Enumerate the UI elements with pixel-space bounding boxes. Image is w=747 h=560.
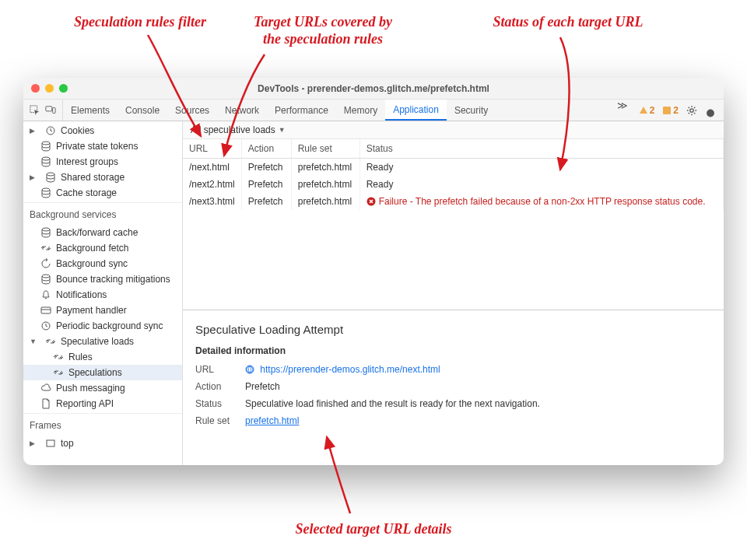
sidebar-item-shared-storage[interactable]: ▶Shared storage [23,170,182,185]
svg-point-14 [42,275,50,278]
speculative-filter[interactable]: All speculative loads ▼ [183,121,724,139]
caret-icon: ▼ [30,338,36,345]
svg-point-5 [707,109,714,117]
sidebar-item-payment-handler[interactable]: Payment handler [23,303,182,318]
tab-memory[interactable]: Memory [336,100,385,121]
sidebar-item-notifications[interactable]: Notifications [23,287,182,303]
sidebar-item-label: Push messaging [56,383,125,394]
main-panel: All speculative loads ▼ URLActionRule se… [183,121,724,465]
info-number: 2 [673,105,679,116]
cell: prefetch.html [291,159,359,177]
col-status[interactable]: Status [359,139,723,159]
annotation-status: Status of each target URL [467,14,669,31]
devtools-window: DevTools - prerender-demos.glitch.me/pre… [23,78,724,465]
gear-icon[interactable] [686,105,697,116]
tab-elements[interactable]: Elements [63,100,117,121]
sidebar-item-label: Reporting API [56,398,114,409]
detail-status-value: Speculative load finished and the result… [245,398,711,409]
tab-security[interactable]: Security [447,100,496,121]
col-url[interactable]: URL [183,139,241,159]
sidebar-item-reporting-api[interactable]: Reporting API [23,396,182,411]
sidebar-item-label: Cookies [61,125,94,136]
sync-icon [40,243,51,254]
detail-url-link[interactable]: https://prerender-demos.glitch.me/next.h… [260,364,440,375]
sidebar-item-background-sync[interactable]: Background sync [23,256,182,271]
tab-sources[interactable]: Sources [167,100,217,121]
svg-rect-2 [53,107,56,113]
detail-url-label: URL [195,364,245,375]
sidebar-item-label: Interest groups [56,156,118,167]
detail-ruleset-link[interactable]: prefetch.html [245,415,299,426]
cell-status: Failure - The prefetch failed because of… [359,193,723,210]
sidebar-item-back-forward-cache[interactable]: Back/forward cache [23,225,182,240]
tab-application[interactable]: Application [385,100,447,121]
svg-rect-3 [663,107,671,114]
sidebar-item-periodic-background-sync[interactable]: Periodic background sync [23,318,182,334]
svg-point-20 [246,366,254,373]
bg-services-header: Background services [23,202,182,223]
refresh-icon [40,258,51,269]
detail-action-label: Action [195,381,245,392]
sidebar-item-speculations[interactable]: Speculations [23,365,182,380]
sidebar-item-label: Periodic background sync [56,320,163,331]
kebab-icon[interactable] [705,105,716,116]
sidebar-item-speculative-loads[interactable]: ▼Speculative loads [23,334,182,349]
warning-count[interactable]: 2 [639,105,655,116]
table-row[interactable]: /next3.htmlPrefetchprefetch.htmlFailure … [183,193,724,210]
cell: /next3.html [183,193,241,210]
sidebar-item-label: Private state tokens [56,141,138,152]
annotation-urls: Target URLs covered by the speculation r… [233,14,412,47]
chevron-down-icon: ▼ [279,126,286,134]
db-icon [40,156,51,167]
detail-heading: Speculative Loading Attempt [195,323,711,336]
annotation-details: Selected target URL details [265,521,482,538]
toolbar: ElementsConsoleSourcesNetworkPerformance… [23,100,724,121]
cell: prefetch.html [291,193,359,210]
sidebar-item-push-messaging[interactable]: Push messaging [23,380,182,396]
tab-network[interactable]: Network [217,100,267,121]
warning-number: 2 [650,105,655,116]
table-row[interactable]: /next.htmlPrefetchprefetch.htmlReady [183,159,724,177]
sidebar-item-bounce-tracking-mitigations[interactable]: Bounce tracking mitigations [23,271,182,287]
device-icon[interactable] [45,105,56,116]
cell: Prefetch [241,193,291,210]
sidebar-item-cookies[interactable]: ▶Cookies [23,123,182,138]
sidebar-item-interest-groups[interactable]: Interest groups [23,154,182,170]
db-icon [45,172,56,183]
filter-label: All speculative loads [191,124,275,135]
tab-performance[interactable]: Performance [267,100,336,121]
sidebar-item-cache-storage[interactable]: Cache storage [23,185,182,201]
sidebar-item-label: top [61,438,74,449]
doc-icon [40,398,51,409]
caret-icon: ▶ [30,127,36,135]
error-icon [366,197,376,206]
svg-point-9 [42,142,50,145]
clock-icon [40,320,51,331]
svg-rect-1 [46,106,52,110]
speculations-table: URLActionRule setStatus /next.htmlPrefet… [183,139,724,210]
sidebar-item-label: Speculations [68,367,122,378]
sidebar-item-top[interactable]: ▶top [23,436,182,451]
info-count[interactable]: 2 [662,105,679,116]
detail-status-label: Status [195,398,245,409]
sync-icon [53,367,64,378]
inspect-icon[interactable] [30,105,40,116]
titlebar: DevTools - prerender-demos.glitch.me/pre… [23,78,724,100]
db-icon [40,227,51,238]
cell: prefetch.html [291,176,359,193]
svg-rect-18 [47,440,54,446]
more-tabs[interactable]: ≫ [614,100,631,121]
col-action[interactable]: Action [241,139,291,159]
tab-console[interactable]: Console [117,100,167,121]
sidebar-item-label: Speculative loads [61,336,134,347]
table-row[interactable]: /next2.htmlPrefetchprefetch.htmlReady [183,176,724,193]
col-rule-set[interactable]: Rule set [291,139,359,159]
sidebar-item-private-state-tokens[interactable]: Private state tokens [23,138,182,154]
detail-action-value: Prefetch [245,381,711,392]
cell: Prefetch [241,159,291,177]
sidebar-item-background-fetch[interactable]: Background fetch [23,240,182,256]
sidebar-item-rules[interactable]: Rules [23,349,182,365]
cell: /next2.html [183,176,241,193]
window-title: DevTools - prerender-demos.glitch.me/pre… [23,83,724,94]
cell: Prefetch [241,176,291,193]
